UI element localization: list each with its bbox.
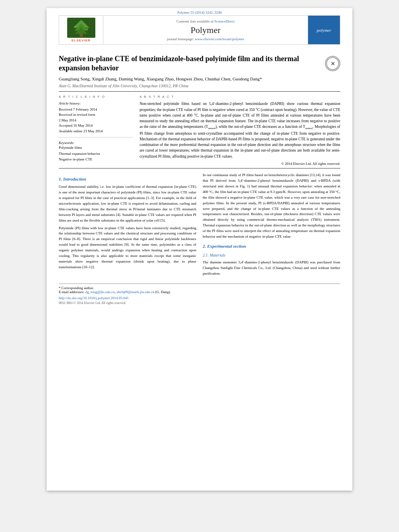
article-body: Negative in-plane CTE of benzimidazole-b…: [47, 45, 352, 313]
section1-number: 1.: [59, 177, 62, 181]
subsection-21-heading: 2.1. Materials: [203, 252, 340, 259]
body-para1: Good dimensional stability, i.e. low in-…: [59, 184, 196, 224]
abstract-subscript-1: anneal: [208, 127, 215, 130]
crossmark-badge: ✕: [325, 56, 340, 71]
abstract-text: Non-stretched polyimide films based on 5…: [140, 101, 340, 159]
contents-notice: Contents lists available at: [177, 19, 214, 23]
elsevier-wordmark: ELSEVIER: [72, 39, 91, 42]
abstract-copyright: © 2014 Elsevier Ltd. All rights reserved…: [140, 162, 340, 166]
accepted-date: Accepted 16 May 2014: [59, 123, 133, 129]
svg-point-5: [74, 26, 76, 27]
journal-info-center: Contents lists available at ScienceDirec…: [103, 16, 308, 44]
email-suffix: (G. Dang).: [155, 290, 171, 294]
body-col-right: In our continuous study of PI films base…: [203, 173, 340, 279]
elsevier-logo-area: ELSEVIER: [59, 16, 103, 44]
keyword-2: Thermal expansion behavior: [59, 151, 133, 156]
received-revised-date: 2 May 2014: [59, 118, 133, 123]
body-divider: [59, 168, 340, 168]
abstract-col: A B S T R A C T Non-stretched polyimide …: [140, 95, 340, 166]
page: Polymer 55 (2014) 3242–3246 ELSEVIER: [47, 8, 352, 491]
homepage-link[interactable]: www.elsevier.com/locate/polymer: [195, 37, 244, 41]
elsevier-logo: ELSEVIER: [67, 18, 95, 42]
journal-citation: Polymer 55 (2014) 3242–3246: [47, 8, 352, 15]
email-label: E-mail addresses:: [59, 290, 84, 294]
article-title-text: Negative in-plane CTE of benzimidazole-b…: [59, 54, 321, 73]
email1-link[interactable]: dg_tong@jlu.edu.cn: [85, 290, 115, 294]
polymer-logo: polymer: [315, 26, 333, 35]
body-right-para1: In our continuous study of PI films base…: [203, 173, 340, 240]
title-divider: [59, 91, 340, 92]
history-label: Article history:: [59, 101, 133, 107]
article-title-block: Negative in-plane CTE of benzimidazole-b…: [59, 54, 340, 73]
info-abstract-section: A R T I C L E I N F O Article history: R…: [59, 95, 340, 166]
keyword-1: Polyimide films: [59, 145, 133, 150]
issn-line: 0032-3861/© 2014 Elsevier Ltd. All right…: [59, 301, 340, 305]
section2-number: 2.: [203, 244, 206, 249]
sciencedirect-link[interactable]: Contents lists available at ScienceDirec…: [177, 19, 235, 23]
keyword-3: Negative in-plane CTE: [59, 156, 133, 162]
article-info-block: Article history: Received 7 February 201…: [59, 101, 133, 134]
info-divider: [59, 137, 133, 138]
received-date: Received 7 February 2014: [59, 107, 133, 113]
body-right-para2: The diamine monomer 5,4′-diamino-2-pheny…: [203, 260, 340, 277]
citation-text: Polymer 55 (2014) 3242–3246: [177, 10, 222, 14]
journal-name: Polymer: [191, 25, 221, 35]
email2-link[interactable]: shefq09@mails.jlu.edu.cn: [117, 290, 154, 294]
body-section: 1. Introduction Good dimensional stabili…: [59, 173, 340, 279]
abstract-subscript-2: anneal: [305, 127, 313, 130]
footnote-area: * Corresponding author. E-mail addresses…: [59, 283, 340, 305]
sub1-number: 2.1.: [203, 253, 209, 257]
elsevier-tree-svg: [67, 18, 95, 38]
affiliation: Alan G. MacDiarmid Institute of Jilin Un…: [59, 84, 340, 88]
section2-title: Experimental section: [207, 244, 246, 249]
section1-heading: 1. Introduction: [59, 176, 196, 183]
polymer-logo-box: polymer: [308, 16, 340, 44]
homepage-label: journal homepage:: [167, 37, 194, 41]
section2-heading: 2. Experimental section: [203, 243, 340, 250]
available-date: Available online 23 May 2014: [59, 129, 133, 134]
authors: Guangliang Song, Xingdi Zhang, Daming Wa…: [59, 76, 340, 82]
journal-homepage: journal homepage: www.elsevier.com/locat…: [167, 37, 244, 41]
section1-title: Introduction: [63, 177, 86, 181]
journal-header-box: ELSEVIER Contents lists available at Sci…: [59, 15, 340, 45]
keywords-list: Polyimide films Thermal expansion behavi…: [59, 145, 133, 162]
crossmark-svg: ✕: [326, 57, 339, 70]
svg-text:✕: ✕: [331, 61, 335, 67]
doi-link[interactable]: http://dx.doi.org/10.1016/j.polymer.2014…: [59, 296, 340, 300]
corresponding-note: * Corresponding author.: [59, 286, 94, 290]
received-revised-label: Received in revised form: [59, 112, 133, 118]
keywords-label: Keywords:: [59, 141, 133, 145]
sciencedirect-anchor[interactable]: ScienceDirect: [214, 19, 234, 23]
svg-rect-4: [80, 34, 83, 37]
abstract-label: A B S T R A C T: [140, 95, 340, 99]
sub1-title: Materials: [210, 253, 226, 257]
article-info-label: A R T I C L E I N F O: [59, 95, 133, 99]
body-para2: Polyimide (PI) films with low in-plane C…: [59, 226, 196, 271]
article-info-col: A R T I C L E I N F O Article history: R…: [59, 95, 133, 166]
body-col-left: 1. Introduction Good dimensional stabili…: [59, 173, 196, 279]
svg-point-6: [86, 28, 88, 30]
abstract-text-2: ), while the out-of-plane CTE decreases …: [216, 125, 305, 129]
